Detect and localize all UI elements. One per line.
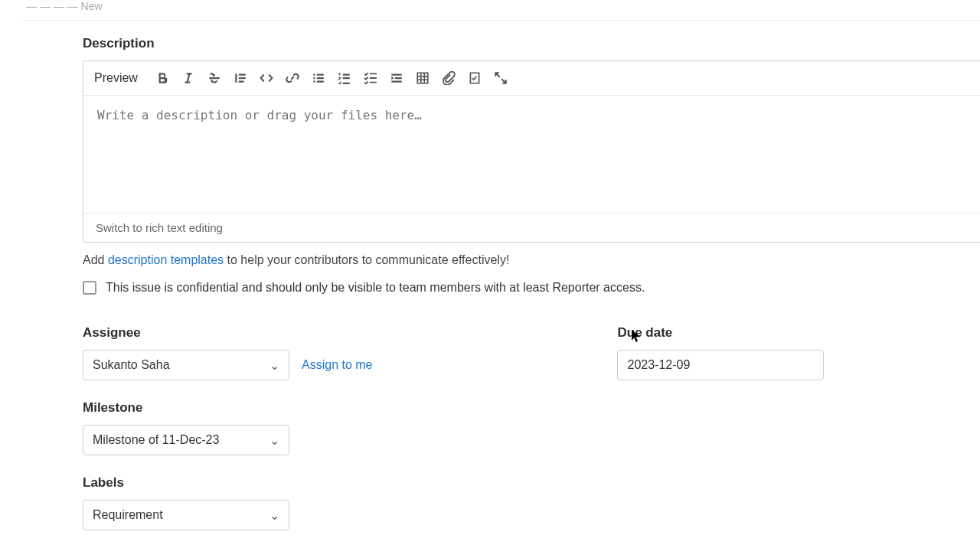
description-label: Description bbox=[83, 36, 980, 51]
labels-label: Labels bbox=[83, 475, 372, 491]
assignee-label: Assignee bbox=[83, 325, 372, 341]
chevron-down-icon: ⌄ bbox=[270, 508, 279, 523]
confidential-label: This issue is confidential and should on… bbox=[106, 281, 645, 295]
description-textarea[interactable] bbox=[83, 96, 980, 210]
labels-dropdown[interactable]: Requirement ⌄ bbox=[83, 500, 289, 530]
bullet-list-icon[interactable] bbox=[308, 67, 329, 89]
confidential-checkbox[interactable] bbox=[83, 281, 96, 295]
chevron-down-icon: ⌄ bbox=[270, 358, 279, 373]
checklist-icon[interactable] bbox=[360, 67, 381, 89]
description-editor: Preview Switch to rich text editing bbox=[83, 60, 980, 243]
code-icon[interactable] bbox=[256, 67, 277, 89]
strikethrough-icon[interactable] bbox=[204, 67, 225, 89]
preview-button[interactable]: Preview bbox=[94, 70, 144, 86]
assignee-dropdown[interactable]: Sukanto Saha ⌄ bbox=[83, 350, 289, 380]
numbered-list-icon[interactable] bbox=[334, 67, 355, 89]
switch-rich-text-link[interactable]: Switch to rich text editing bbox=[83, 213, 980, 242]
italic-icon[interactable] bbox=[178, 67, 199, 89]
editor-toolbar: Preview bbox=[83, 61, 980, 96]
due-date-label: Due date bbox=[617, 325, 824, 341]
quote-icon[interactable] bbox=[230, 67, 251, 89]
table-icon[interactable] bbox=[412, 67, 433, 89]
assign-to-me-link[interactable]: Assign to me bbox=[302, 358, 372, 372]
bold-icon[interactable] bbox=[152, 67, 173, 89]
indent-icon[interactable] bbox=[386, 67, 407, 89]
chevron-down-icon: ⌄ bbox=[270, 433, 279, 448]
details-icon[interactable] bbox=[464, 67, 485, 89]
fullscreen-icon[interactable] bbox=[490, 67, 511, 89]
due-date-input[interactable] bbox=[617, 350, 824, 380]
description-templates-link[interactable]: description templates bbox=[108, 253, 224, 266]
milestone-label: Milestone bbox=[83, 400, 372, 416]
milestone-dropdown[interactable]: Milestone of 11-Dec-23 ⌄ bbox=[83, 425, 289, 455]
breadcrumb[interactable]: — — — — New bbox=[21, 0, 980, 21]
attach-icon[interactable] bbox=[438, 67, 459, 89]
template-hint: Add description templates to help your c… bbox=[83, 253, 980, 267]
link-icon[interactable] bbox=[282, 67, 303, 89]
